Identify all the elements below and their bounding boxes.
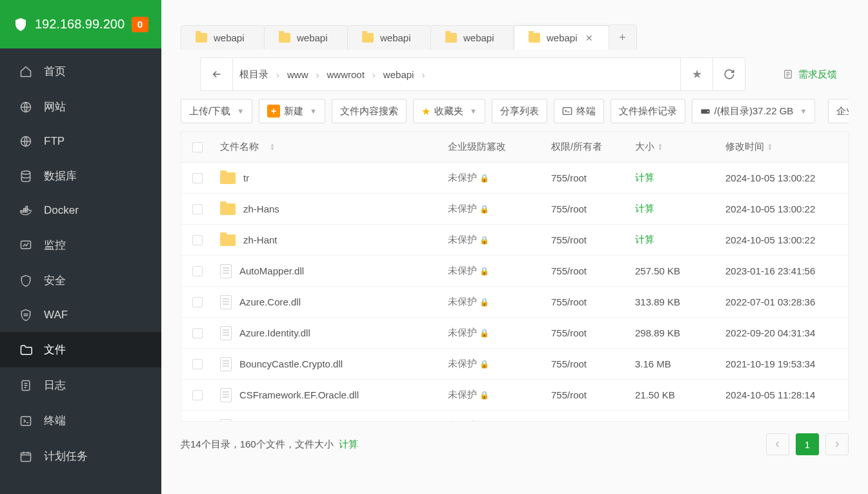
sidebar-item-label: Docker (44, 204, 79, 217)
table-row[interactable]: BouncyCastle.Crypto.dll 未保护 🔒 755/root 3… (181, 349, 848, 380)
permission-owner[interactable]: 755/root (551, 234, 587, 245)
file-name[interactable]: BouncyCastle.Crypto.dll (239, 358, 343, 369)
content-search-button[interactable]: 文件内容搜索 (332, 99, 407, 123)
row-checkbox[interactable] (192, 359, 203, 369)
protection-status: 未保护 (448, 172, 477, 184)
table-row[interactable]: Azure.Identity.dll 未保护 🔒 755/root 298.89… (181, 318, 848, 349)
calc-size-link[interactable]: 计算 (635, 234, 654, 246)
file-name[interactable]: tr (243, 172, 249, 183)
tab[interactable]: webapi (430, 25, 514, 50)
sidebar-item-ftp[interactable]: FTP (0, 125, 161, 158)
sort-icon: ▲▼ (767, 143, 772, 151)
permission-owner[interactable]: 755/root (551, 420, 587, 421)
permission-owner[interactable]: 755/root (551, 389, 587, 400)
table-row[interactable]: CSFramework.EF.Oracle.pdb 未保护 🔒 755/root… (181, 411, 848, 421)
close-icon[interactable]: ✕ (584, 33, 594, 43)
sidebar-item-monitor[interactable]: 监控 (0, 227, 161, 263)
row-checkbox[interactable] (192, 235, 203, 245)
row-checkbox[interactable] (192, 421, 203, 422)
file-name[interactable]: AutoMapper.dll (239, 265, 304, 276)
sidebar-item-label: WAF (44, 309, 68, 322)
tamper-proof-button[interactable]: 企业级防篡改 (828, 99, 849, 123)
permission-owner[interactable]: 755/root (551, 327, 587, 338)
permission-owner[interactable]: 755/root (551, 296, 587, 307)
tab[interactable]: webapi (347, 25, 431, 50)
chevron-down-icon: ▼ (310, 107, 317, 115)
table-row[interactable]: Azure.Core.dll 未保护 🔒 755/root 313.89 KB … (181, 287, 848, 318)
row-checkbox[interactable] (192, 390, 203, 400)
new-tab-button[interactable]: + (609, 25, 637, 50)
favorite-star-icon[interactable]: ★ (680, 58, 712, 90)
sidebar-item-file[interactable]: 文件 (0, 332, 161, 367)
calc-size-link[interactable]: 计算 (339, 438, 358, 451)
tab[interactable]: webapi (264, 25, 348, 50)
feedback-icon (783, 69, 793, 79)
notification-badge[interactable]: 0 (132, 17, 148, 32)
calc-size-link[interactable]: 计算 (635, 172, 654, 184)
table-row[interactable]: AutoMapper.dll 未保护 🔒 755/root 257.50 KB … (181, 256, 848, 287)
table-row[interactable]: CSFramework.EF.Oracle.dll 未保护 🔒 755/root… (181, 380, 848, 411)
sidebar-item-terminal[interactable]: 终端 (0, 403, 161, 438)
sidebar-item-label: 日志 (44, 378, 66, 393)
column-header-name[interactable]: 文件名称 ▲▼ (214, 141, 441, 153)
page-prev-button[interactable] (766, 433, 789, 455)
waf-icon (19, 309, 32, 322)
permission-owner[interactable]: 755/root (551, 358, 587, 369)
breadcrumb-item[interactable]: www (287, 69, 308, 80)
breadcrumb-item[interactable]: wwwroot (327, 69, 365, 80)
sidebar-item-home[interactable]: 首页 (0, 54, 161, 89)
protection-status: 未保护 (448, 327, 477, 339)
file-icon (220, 295, 232, 309)
breadcrumb-item[interactable]: webapi (383, 69, 414, 80)
row-checkbox[interactable] (192, 204, 203, 214)
file-name[interactable]: zh-Hant (243, 234, 278, 245)
sidebar-item-log[interactable]: 日志 (0, 367, 161, 403)
upload-download-button[interactable]: 上传/下载▼ (181, 99, 252, 123)
feedback-link[interactable]: 需求反馈 (771, 68, 849, 81)
column-header-size[interactable]: 大小 ▲▼ (629, 141, 719, 153)
refresh-icon[interactable] (712, 58, 745, 90)
column-header-permission[interactable]: 权限/所有者 (545, 141, 629, 153)
lock-icon: 🔒 (479, 236, 489, 245)
select-all-checkbox[interactable] (192, 142, 203, 152)
row-checkbox[interactable] (192, 297, 203, 307)
column-header-tamper[interactable]: 企业级防篡改 (441, 141, 545, 153)
file-name[interactable]: Azure.Core.dll (239, 296, 301, 307)
sidebar-item-docker[interactable]: Docker (0, 194, 161, 227)
row-checkbox[interactable] (192, 266, 203, 276)
permission-owner[interactable]: 755/root (551, 203, 587, 214)
calc-size-link[interactable]: 计算 (635, 203, 654, 215)
tab[interactable]: webapi✕ (514, 25, 609, 50)
file-name[interactable]: CSFramework.EF.Oracle.pdb (239, 420, 365, 421)
sidebar-item-security[interactable]: 安全 (0, 263, 161, 298)
table-row[interactable]: tr 未保护 🔒 755/root 计算 2024-10-05 13:00:22 (181, 163, 848, 194)
back-button[interactable] (201, 58, 233, 90)
file-history-button[interactable]: 文件操作记录 (611, 99, 685, 123)
disk-usage-button[interactable]: /(根目录)37.22 GB▼ (692, 99, 815, 123)
column-header-mtime[interactable]: 修改时间 ▲▼ (719, 141, 848, 153)
permission-owner[interactable]: 755/root (551, 172, 587, 183)
page-number-button[interactable]: 1 (796, 433, 819, 455)
file-name[interactable]: Azure.Identity.dll (239, 327, 310, 338)
row-checkbox[interactable] (192, 173, 203, 183)
breadcrumb-item[interactable]: 根目录 (239, 68, 268, 81)
sidebar-item-cron[interactable]: 计划任务 (0, 438, 161, 474)
sidebar-item-site[interactable]: 网站 (0, 89, 161, 125)
row-checkbox[interactable] (192, 328, 203, 338)
lock-icon: 🔒 (479, 174, 489, 183)
sidebar-item-waf[interactable]: WAF (0, 298, 161, 332)
new-button[interactable]: + 新建▼ (259, 99, 325, 123)
file-name[interactable]: CSFramework.EF.Oracle.dll (239, 389, 359, 400)
table-row[interactable]: zh-Hant 未保护 🔒 755/root 计算 2024-10-05 13:… (181, 225, 848, 256)
tab[interactable]: webapi (181, 25, 265, 50)
toolbar: 上传/下载▼ + 新建▼ 文件内容搜索 ★ 收藏夹▼ 分享列表 (181, 99, 849, 123)
page-next-button[interactable] (825, 433, 849, 455)
share-list-button[interactable]: 分享列表 (492, 99, 547, 123)
sidebar-item-label: 计划任务 (44, 449, 88, 464)
sidebar-item-database[interactable]: 数据库 (0, 158, 161, 194)
table-row[interactable]: zh-Hans 未保护 🔒 755/root 计算 2024-10-05 13:… (181, 194, 848, 225)
permission-owner[interactable]: 755/root (551, 265, 587, 276)
favorites-button[interactable]: ★ 收藏夹▼ (413, 99, 485, 123)
terminal-button[interactable]: 终端 (554, 99, 604, 123)
file-name[interactable]: zh-Hans (243, 203, 279, 214)
